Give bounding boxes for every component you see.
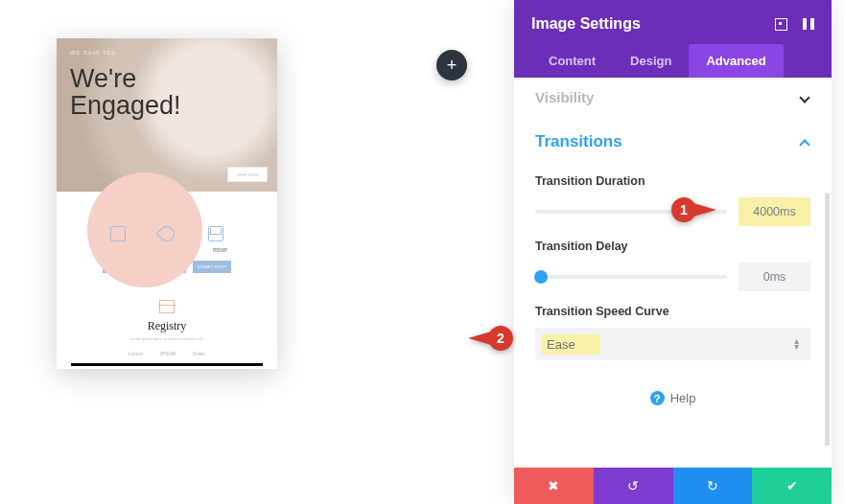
logo-a: Lorem xyxy=(129,351,143,356)
hero-image: WE SAID YES We're Engaged! RSVP NOW xyxy=(57,38,277,192)
duration-value[interactable]: 4000ms xyxy=(738,197,810,226)
logo-c: Dolor xyxy=(193,351,205,356)
section-visibility-label: Visibility xyxy=(535,89,594,105)
undo-button[interactable]: ↺ xyxy=(594,468,673,504)
location-icon xyxy=(156,223,178,245)
headline-line1: We're xyxy=(70,64,136,93)
panel-body: Visibility Transitions Transition Durati… xyxy=(514,78,832,446)
check-icon: ✔ xyxy=(786,478,798,493)
panel-scrollbar[interactable] xyxy=(825,193,830,446)
registry-title: Registry xyxy=(57,319,277,333)
registry-sub: Lorem ipsum dolor sit amet consectetur e… xyxy=(57,336,277,341)
section-transitions-label: Transitions xyxy=(535,132,622,151)
snap-icon[interactable] xyxy=(803,18,814,30)
add-module-button[interactable]: + xyxy=(436,50,467,80)
tab-content[interactable]: Content xyxy=(531,44,613,78)
page-preview: WE SAID YES We're Engaged! RSVP NOW Save… xyxy=(57,38,277,369)
hero-headline: We're Engaged! xyxy=(70,65,181,120)
annotation-1-arrow xyxy=(693,203,716,217)
hero-tagline: WE SAID YES xyxy=(70,50,116,56)
label-transition-duration: Transition Duration xyxy=(535,174,810,188)
headline-line2: Engaged! xyxy=(70,91,181,120)
undo-icon: ↺ xyxy=(627,478,639,493)
chevron-down-icon xyxy=(799,92,810,103)
hero-cta: RSVP NOW xyxy=(227,167,268,182)
redo-icon: ↻ xyxy=(707,478,718,493)
label-rsvp: RSVP xyxy=(213,247,227,253)
save-button[interactable]: ✔ xyxy=(752,468,832,504)
panel-header: Image Settings Content Design Advanced xyxy=(514,0,832,78)
settings-tabs: Content Design Advanced xyxy=(531,44,814,78)
curve-select[interactable]: Ease ▴▾ xyxy=(535,328,810,360)
chevron-up-icon xyxy=(799,136,810,148)
curve-value: Ease xyxy=(541,334,600,355)
tab-advanced[interactable]: Advanced xyxy=(689,44,783,78)
logo-row: Lorem IPSUM Dolor xyxy=(57,351,277,356)
settings-panel: Image Settings Content Design Advanced V… xyxy=(514,0,832,504)
annotation-2: 2 xyxy=(468,326,513,351)
tab-design[interactable]: Design xyxy=(613,44,689,78)
preview-divider xyxy=(71,363,263,366)
select-arrows-icon: ▴▾ xyxy=(794,338,799,350)
close-icon: ✖ xyxy=(548,478,559,493)
mini-btn-c: SUBMIT RSVP xyxy=(193,261,231,273)
section-transitions[interactable]: Transitions xyxy=(535,117,810,165)
help-icon: ? xyxy=(650,391,665,405)
panel-footer: ✖ ↺ ↻ ✔ xyxy=(514,468,832,504)
section-visibility[interactable]: Visibility xyxy=(535,78,810,117)
help-label: Help xyxy=(670,391,696,405)
delay-slider-thumb[interactable] xyxy=(534,270,548,284)
icon-row xyxy=(57,226,277,241)
gift-icon xyxy=(159,300,175,313)
redo-button[interactable]: ↻ xyxy=(673,468,753,504)
label-transition-curve: Transition Speed Curve xyxy=(535,305,810,318)
cancel-button[interactable]: ✖ xyxy=(514,468,594,504)
calendar-icon xyxy=(110,226,126,241)
registry-section: Registry Lorem ipsum dolor sit amet cons… xyxy=(57,300,277,356)
logo-b: IPSUM xyxy=(160,351,176,356)
expand-icon[interactable] xyxy=(775,18,787,31)
panel-title: Image Settings xyxy=(531,15,641,33)
delay-value[interactable]: 0ms xyxy=(738,263,810,291)
help-link[interactable]: ? Help xyxy=(535,381,810,423)
mail-icon xyxy=(208,226,223,241)
label-transition-delay: Transition Delay xyxy=(535,240,810,253)
annotation-2-bubble: 2 xyxy=(488,326,513,351)
annotation-1: 1 xyxy=(671,197,716,222)
delay-slider[interactable] xyxy=(535,275,727,279)
